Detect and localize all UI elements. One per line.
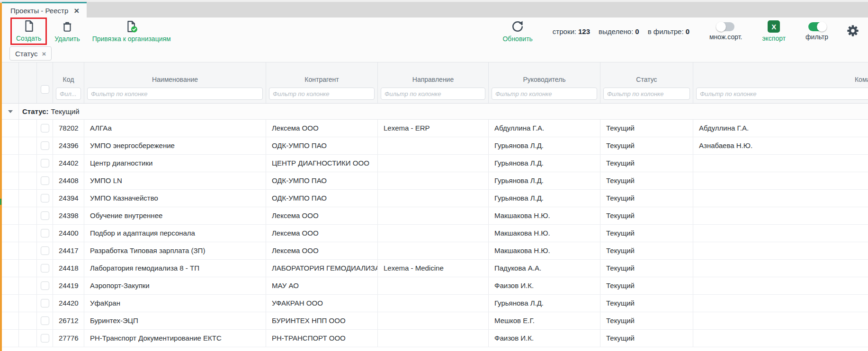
- cell-counterparty: МАУ АО: [266, 277, 378, 294]
- header-spacer-column: [19, 62, 37, 103]
- row-checkbox[interactable]: [41, 176, 49, 185]
- row-checkbox[interactable]: [41, 334, 49, 342]
- tab-close-icon[interactable]: ×: [74, 6, 79, 15]
- row-checkbox-cell[interactable]: [37, 260, 53, 277]
- row-checkbox-cell[interactable]: [37, 155, 53, 172]
- header-select-all-cell[interactable]: [37, 62, 53, 103]
- cell-code: 24394: [53, 190, 84, 207]
- cell-counterparty: Лексема ООО: [266, 207, 378, 224]
- cell-team: [693, 242, 868, 259]
- table-row[interactable]: 24418Лаборатория гемодиализа 8 - ТПЛАБОР…: [2, 260, 868, 277]
- table-row[interactable]: 26712Буринтех-ЭЦПБУРИНТЕХ НПП ОООМешков …: [2, 312, 868, 330]
- row-checkbox-cell[interactable]: [37, 330, 53, 347]
- groupby-chip-close-icon[interactable]: ×: [42, 50, 46, 58]
- row-checkbox[interactable]: [41, 194, 49, 202]
- row-expand-cell: [2, 207, 19, 224]
- table-row[interactable]: 24398Обучение внутреннееЛексема ОООМакша…: [2, 207, 868, 225]
- groupby-chip-status[interactable]: Статус ×: [9, 46, 52, 61]
- column-header-code[interactable]: Код: [53, 62, 84, 103]
- row-spacer-cell: [19, 172, 37, 189]
- row-checkbox[interactable]: [41, 246, 49, 255]
- column-filter-input-manager[interactable]: [492, 88, 597, 100]
- row-spacer-cell: [19, 277, 37, 294]
- cell-name: Обучение внутреннее: [84, 207, 266, 224]
- group-collapse-cell[interactable]: [2, 104, 19, 119]
- settings-button[interactable]: [846, 24, 859, 39]
- delete-button[interactable]: Удалить: [54, 20, 80, 43]
- cell-status: Текущий: [600, 330, 693, 347]
- column-filter-input-counterparty[interactable]: [269, 88, 375, 100]
- row-checkbox-cell[interactable]: [37, 295, 53, 312]
- column-label-name: Наименование: [84, 76, 266, 83]
- column-filter-input-name[interactable]: [87, 88, 263, 100]
- group-row-status-current[interactable]: Статус:Текущий: [2, 104, 868, 120]
- column-filter-input-status[interactable]: [603, 88, 690, 100]
- row-checkbox[interactable]: [41, 124, 49, 132]
- table-row[interactable]: 78202АЛГАаЛексема ОООLexema - ERPАбдулли…: [2, 120, 868, 137]
- table-row[interactable]: 24417Разработка Типовая зарплата (ЗП)Лек…: [2, 242, 868, 260]
- row-checkbox-cell[interactable]: [37, 190, 53, 207]
- column-headers: КодНаименованиеКонтрагентНаправлениеРуко…: [53, 62, 868, 103]
- table-row[interactable]: 24408УМПО LNОДК-УМПО ПАОГурьянова Л.Д.Те…: [2, 172, 868, 190]
- cell-status: Текущий: [600, 295, 693, 312]
- row-checkbox-cell[interactable]: [37, 312, 53, 329]
- table-row[interactable]: 24400Подбор и адаптация персоналаЛексема…: [2, 225, 868, 242]
- row-checkbox[interactable]: [41, 316, 49, 325]
- cell-manager: Макшакова Н.Ю.: [489, 225, 600, 242]
- row-checkbox[interactable]: [41, 264, 49, 272]
- column-filter-input-code[interactable]: [56, 88, 81, 100]
- multisort-toggle[interactable]: [717, 22, 734, 31]
- cell-direction: [378, 330, 489, 347]
- table-row[interactable]: 27776РН-Транспорт Документирование ЕКТСР…: [2, 330, 868, 347]
- row-checkbox[interactable]: [41, 299, 49, 307]
- cell-team: Абдуллина Г.А.: [693, 120, 868, 137]
- row-checkbox[interactable]: [41, 211, 49, 220]
- counter-filtered: в фильтре:0: [648, 27, 689, 35]
- row-checkbox[interactable]: [41, 141, 49, 150]
- link-organizations-button[interactable]: Привязка к организациям: [92, 20, 171, 43]
- row-checkbox-cell[interactable]: [37, 120, 53, 137]
- column-label-direction: Направление: [378, 76, 488, 83]
- row-checkbox-cell[interactable]: [37, 137, 53, 154]
- column-label-counterparty: Контрагент: [266, 76, 377, 83]
- refresh-button[interactable]: Обновить: [502, 20, 532, 43]
- cell-name: УМПО энергосбережение: [84, 137, 266, 154]
- filter-toggle[interactable]: [808, 22, 826, 31]
- row-spacer-cell: [19, 295, 37, 312]
- row-checkbox[interactable]: [41, 229, 49, 237]
- filter-toggle-group[interactable]: фильтр: [805, 22, 828, 41]
- row-checkbox-cell[interactable]: [37, 172, 53, 189]
- column-header-name[interactable]: Наименование: [84, 62, 266, 103]
- cell-counterparty: ОДК-УМПО ПАО: [266, 137, 378, 154]
- row-checkbox-cell[interactable]: [37, 225, 53, 242]
- cell-team: [693, 207, 868, 224]
- cell-manager: Абдуллина Г.А.: [489, 120, 600, 137]
- row-checkbox-cell[interactable]: [37, 242, 53, 259]
- table-row[interactable]: 24394УМПО КазначействоОДК-УМПО ПАОГурьян…: [2, 190, 868, 207]
- table-row[interactable]: 24396УМПО энергосбережениеОДК-УМПО ПАОГу…: [2, 137, 868, 155]
- multisort-toggle-group[interactable]: множ.сорт.: [709, 22, 742, 41]
- row-checkbox[interactable]: [41, 159, 49, 167]
- export-button-group[interactable]: X экспорт: [762, 20, 786, 42]
- row-checkbox-cell[interactable]: [37, 277, 53, 294]
- row-checkbox[interactable]: [41, 281, 49, 290]
- column-header-manager[interactable]: Руководитель: [489, 62, 600, 103]
- cell-name: Аэропорт-Закупки: [84, 277, 266, 294]
- table-row[interactable]: 24419Аэропорт-ЗакупкиМАУ АОФаизов И.К.Те…: [2, 277, 868, 295]
- column-header-direction[interactable]: Направление: [378, 62, 489, 103]
- table-row[interactable]: 24402Центр диагностикиЦЕНТР ДИАГНОСТИКИ …: [2, 155, 868, 172]
- row-checkbox-cell[interactable]: [37, 207, 53, 224]
- table-row[interactable]: 24420УфаКранУФАКРАН ОООГурьянова Л.Д.Тек…: [2, 295, 868, 312]
- column-filter-input-team[interactable]: [696, 88, 868, 100]
- column-header-counterparty[interactable]: Контрагент: [266, 62, 378, 103]
- create-button[interactable]: Создать: [16, 20, 41, 42]
- counter-rows: строки:123: [553, 27, 590, 35]
- cell-manager: Фаизов И.К.: [489, 277, 600, 294]
- column-filter-input-direction[interactable]: [381, 88, 485, 100]
- collapse-triangle-icon[interactable]: [8, 110, 13, 113]
- excel-export-icon[interactable]: X: [768, 20, 780, 33]
- select-all-checkbox[interactable]: [41, 85, 49, 94]
- column-header-team[interactable]: Команда: [693, 62, 868, 103]
- tab-projects-registry[interactable]: Проекты - Реестр ×: [2, 2, 87, 18]
- column-header-status[interactable]: Статус: [600, 62, 693, 103]
